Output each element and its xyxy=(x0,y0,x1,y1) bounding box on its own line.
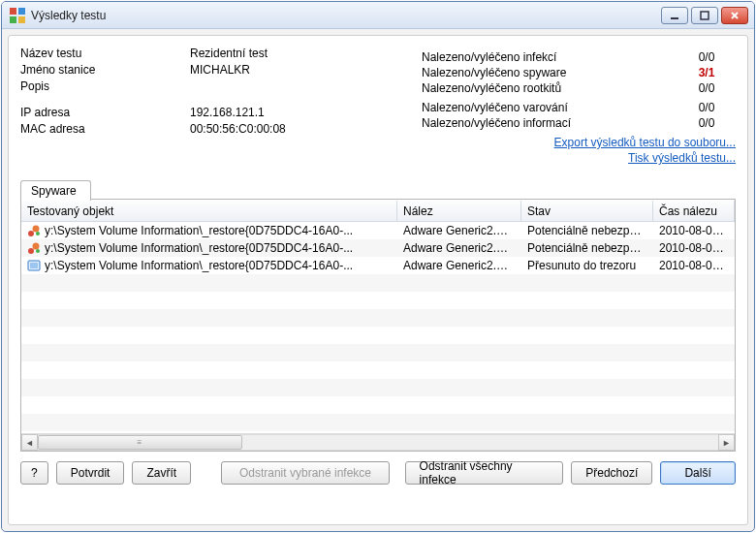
maximize-button[interactable] xyxy=(691,7,718,24)
cell-finding: Adware Generic2.OGF xyxy=(397,222,521,239)
remove-selected-button: Odstranit vybrané infekce xyxy=(221,461,389,485)
cell-status: Přesunuto do trezoru xyxy=(521,257,653,274)
label-desc: Popis xyxy=(20,78,190,95)
scroll-track[interactable]: ≡ xyxy=(38,434,718,451)
next-button[interactable]: Další xyxy=(660,461,736,485)
table-row[interactable]: y:\System Volume Information\_restore{0D… xyxy=(21,222,735,239)
export-links: Export výsledků testu do souboru... Tisk… xyxy=(418,135,736,166)
horizontal-scrollbar[interactable]: ◄ ≡ ► xyxy=(21,433,735,451)
threat-icon xyxy=(27,259,41,272)
window-title: Výsledky testu xyxy=(31,9,661,22)
col-header-status[interactable]: Stav xyxy=(521,201,653,221)
close-button[interactable]: Zavřít xyxy=(132,461,191,485)
value-mac: 00:50:56:C0:00:08 xyxy=(190,121,286,138)
results-grid: Testovaný objekt Nález Stav Čas nálezu y… xyxy=(20,200,736,452)
svg-point-8 xyxy=(36,232,40,235)
app-icon xyxy=(10,8,25,23)
cell-finding: Adware Generic2.OGF xyxy=(397,239,521,257)
stat-label: Nalezeno/vyléčeno spyware xyxy=(422,65,677,80)
content-panel: Název testuRezidentní test Jméno stanice… xyxy=(8,35,748,525)
cell-time: 2010-08-04 05:31:06 xyxy=(653,257,735,274)
threat-icon xyxy=(27,241,41,255)
svg-rect-3 xyxy=(18,16,25,23)
value-ip: 192.168.121.1 xyxy=(190,105,265,121)
cell-time: 2010-08-04 02:43:28 xyxy=(653,222,735,239)
svg-point-11 xyxy=(36,249,40,253)
col-header-time[interactable]: Čas nálezu xyxy=(653,201,735,221)
scroll-thumb[interactable]: ≡ xyxy=(38,435,242,450)
col-header-object[interactable]: Testovaný objekt xyxy=(21,201,397,221)
cell-object: y:\System Volume Information\_restore{0D… xyxy=(45,222,353,239)
test-info: Název testuRezidentní test Jméno stanice… xyxy=(20,46,418,166)
help-button[interactable]: ? xyxy=(20,461,48,485)
stat-value: 0/0 xyxy=(677,49,736,65)
close-window-button[interactable] xyxy=(721,7,748,24)
scroll-right-button[interactable]: ► xyxy=(718,434,735,451)
col-header-finding[interactable]: Nález xyxy=(397,201,521,221)
svg-point-10 xyxy=(33,243,40,250)
stat-label: Nalezeno/vyléčeno infekcí xyxy=(422,49,677,65)
grid-header: Testovaný objekt Nález Stav Čas nálezu xyxy=(21,201,735,222)
minimize-button[interactable] xyxy=(661,7,688,24)
cell-time: 2010-08-04 03:43:06 xyxy=(653,239,735,257)
tab-spyware[interactable]: Spyware xyxy=(20,180,91,201)
stat-value: 0/0 xyxy=(677,80,736,96)
svg-rect-0 xyxy=(10,8,16,15)
window-controls xyxy=(661,7,748,24)
titlebar: Výsledky testu xyxy=(2,2,754,29)
cell-object: y:\System Volume Information\_restore{0D… xyxy=(45,257,353,274)
value-station: MICHALKR xyxy=(190,62,250,78)
stat-label: Nalezeno/vyléčeno informací xyxy=(422,115,677,131)
summary-area: Název testuRezidentní test Jméno stanice… xyxy=(20,46,736,166)
cell-status: Potenciálně nebezpečný o... xyxy=(521,239,653,257)
grid-body[interactable]: y:\System Volume Information\_restore{0D… xyxy=(21,222,735,433)
stat-value: 0/0 xyxy=(677,100,736,115)
tabs: Spyware xyxy=(20,179,736,200)
svg-rect-1 xyxy=(18,8,25,15)
value-test-name: Rezidentní test xyxy=(190,46,268,62)
label-ip: IP adresa xyxy=(20,105,190,121)
remove-all-button[interactable]: Odstranit všechny infekce xyxy=(405,461,564,485)
table-row[interactable]: y:\System Volume Information\_restore{0D… xyxy=(21,257,735,274)
svg-rect-13 xyxy=(30,263,38,268)
export-results-link[interactable]: Export výsledků testu do souboru... xyxy=(418,135,736,150)
stat-label: Nalezeno/vyléčeno rootkitů xyxy=(422,80,677,96)
stat-value-highlight: 3/1 xyxy=(677,65,736,80)
svg-rect-4 xyxy=(671,17,678,19)
svg-point-9 xyxy=(28,248,34,254)
table-row[interactable]: y:\System Volume Information\_restore{0D… xyxy=(21,239,735,257)
cell-status: Potenciálně nebezpečný o... xyxy=(521,222,653,239)
stats-area: Nalezeno/vyléčeno infekcí0/0 Nalezeno/vy… xyxy=(418,46,736,166)
stat-label: Nalezeno/vyléčeno varování xyxy=(422,100,677,115)
print-results-link[interactable]: Tisk výsledků testu... xyxy=(418,150,736,166)
label-station: Jméno stanice xyxy=(20,62,190,78)
cell-finding: Adware Generic2.OGF xyxy=(397,257,521,274)
svg-rect-5 xyxy=(701,12,709,19)
label-test-name: Název testu xyxy=(20,46,190,62)
previous-button[interactable]: Předchozí xyxy=(571,461,652,485)
cell-object: y:\System Volume Information\_restore{0D… xyxy=(45,239,353,257)
scroll-left-button[interactable]: ◄ xyxy=(21,434,38,451)
svg-rect-2 xyxy=(10,16,16,23)
svg-point-7 xyxy=(33,226,40,233)
footer-buttons: ? Potvrdit Zavřít Odstranit vybrané infe… xyxy=(20,461,736,485)
window-frame: Výsledky testu Název testuRezidentní tes… xyxy=(1,1,755,532)
label-mac: MAC adresa xyxy=(20,121,190,138)
confirm-button[interactable]: Potvrdit xyxy=(56,461,125,485)
stat-value: 0/0 xyxy=(677,115,736,131)
threat-icon xyxy=(27,224,41,237)
svg-point-6 xyxy=(28,231,34,236)
